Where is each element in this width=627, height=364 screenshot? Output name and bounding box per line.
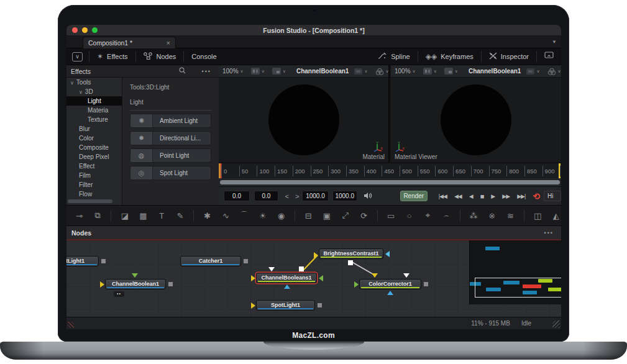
paint-icon[interactable]: ✎	[175, 211, 186, 221]
chevron-down-icon[interactable]: ∨	[240, 69, 244, 74]
split-view-icon[interactable]	[423, 68, 432, 75]
chevron-down-icon[interactable]: ∨	[262, 69, 265, 74]
node-port-bottom[interactable]	[284, 284, 290, 289]
node-port-top[interactable]	[403, 273, 410, 278]
tree-item-texture[interactable]: Texture	[66, 115, 122, 124]
node-port-right[interactable]	[101, 259, 106, 263]
tree-item-light[interactable]: Light	[66, 96, 122, 106]
image-plane-3d-icon[interactable]: ◫	[533, 211, 543, 221]
color-corrector-icon[interactable]: ▣	[322, 211, 332, 221]
graph-node-channelboolean1[interactable]: ChannelBoolean1	[105, 279, 166, 289]
rectangle-mask-icon[interactable]: ▭	[386, 211, 396, 221]
node-graph[interactable]: tLight1ChannelBoolean1••Catcher1ChannelB…	[66, 239, 561, 317]
chevron-down-icon[interactable]: ∨	[283, 69, 286, 74]
ellipse-mask-icon[interactable]: ○	[404, 211, 414, 221]
graph-node-channelbooleans1[interactable]: ChannelBooleans1	[256, 273, 317, 283]
panel-menu-icon[interactable]: •••	[195, 68, 219, 75]
graph-node-spotlight1[interactable]: SpotLight1	[256, 300, 315, 311]
tree-item-effect[interactable]: Effect	[66, 162, 122, 171]
chevron-down-icon[interactable]: ∨	[386, 69, 389, 74]
merge-icon[interactable]: ⊟	[303, 211, 314, 221]
node-port-right[interactable]	[168, 282, 173, 286]
tool-button-point-light[interactable]: ◍Point Light	[130, 148, 211, 163]
stop-button[interactable]: ■	[477, 193, 488, 200]
hue-curves-icon[interactable]: ⌒	[239, 210, 250, 221]
zoom-level-dropdown[interactable]: 100%	[222, 68, 239, 75]
subview-icon[interactable]	[444, 68, 453, 75]
tree-item-deep-pixel[interactable]: Deep Pixel	[66, 152, 122, 162]
node-port-top[interactable]	[372, 273, 378, 278]
split-view-icon[interactable]	[251, 68, 260, 75]
nodes-toggle-button[interactable]: Nodes	[136, 48, 184, 65]
chevron-down-icon[interactable]: ∨	[434, 69, 437, 74]
minimap-viewport[interactable]	[475, 278, 561, 298]
color-curves-icon[interactable]: ∿	[221, 211, 231, 221]
viewer-right-canvas[interactable]: YX Material Viewer	[391, 78, 561, 162]
node-port-top[interactable]	[132, 273, 138, 278]
graph-node-catcher1[interactable]: Catcher1	[180, 256, 241, 266]
global-start-field[interactable]: 0.0	[224, 191, 250, 201]
global-end-field[interactable]: 1000.0	[332, 191, 357, 201]
search-icon[interactable]	[179, 67, 195, 75]
node-port-right[interactable]	[385, 251, 390, 257]
tool-button-directional-li-[interactable]: ✹Directional Li...	[130, 131, 211, 145]
tree-item-composite[interactable]: Composite	[66, 143, 122, 152]
go-to-start-button[interactable]: |◀◀	[435, 193, 451, 199]
effects-toggle-button[interactable]: ✶ Effects	[89, 48, 135, 65]
resize-grip-right[interactable]	[552, 321, 560, 328]
node-port-left[interactable]	[100, 281, 104, 288]
node-port-bottom[interactable]	[387, 291, 393, 295]
tab-overflow-icon[interactable]: ▼	[552, 39, 557, 45]
tree-item-3d[interactable]: ∨3D	[66, 87, 122, 96]
fast-rewind-button[interactable]: ◀◀	[451, 193, 465, 199]
transform-icon[interactable]: ⟳	[359, 211, 369, 221]
step-back-button[interactable]: <	[282, 193, 292, 200]
bspline-mask-icon[interactable]: ⌢	[441, 211, 452, 221]
pmerge-icon[interactable]: ※	[487, 211, 497, 221]
tree-item-filter[interactable]: Filter	[66, 180, 122, 189]
node-port-right[interactable]	[424, 282, 428, 286]
node-graph-minimap[interactable]	[469, 240, 561, 304]
current-frame-field[interactable]: 0.0	[254, 191, 278, 201]
channel-venn-icon[interactable]	[547, 68, 556, 75]
keyframes-toggle-button[interactable]: ◈◈ Keyframes	[418, 48, 481, 65]
spline-toggle-button[interactable]: Spline	[370, 48, 418, 65]
step-forward-button[interactable]: >	[292, 193, 302, 200]
node-port-left[interactable]	[251, 275, 255, 281]
tool-button-spot-light[interactable]: ◎Spot Light	[130, 166, 211, 180]
resize-icon[interactable]: ⤢	[340, 211, 350, 221]
chevron-down-icon[interactable]: ∨	[364, 69, 367, 74]
chevron-down-icon[interactable]: ∨	[558, 69, 561, 74]
tree-item-flow[interactable]: Flow	[66, 189, 122, 199]
subview-icon[interactable]	[272, 68, 281, 75]
fast-noise-icon[interactable]: ▦	[138, 211, 149, 221]
node-port-top[interactable]	[299, 266, 304, 271]
io-pipeline-icon[interactable]: ⊸	[74, 211, 85, 221]
tree-item-film[interactable]: Film	[66, 171, 122, 180]
node-port-right[interactable]	[319, 275, 323, 281]
tree-item-blur[interactable]: Blur	[66, 124, 122, 134]
background-icon[interactable]: ◪	[119, 211, 130, 221]
merge-3d-icon[interactable]: ◭	[551, 211, 561, 221]
panel-select-button[interactable]: ∨	[72, 52, 83, 61]
brightness-contrast-icon[interactable]: ☀	[257, 211, 268, 221]
chevron-down-icon[interactable]: ∨	[536, 69, 539, 74]
graph-node-brightnesscontrast1[interactable]: BrightnessContrast1	[319, 248, 383, 259]
chevron-down-icon[interactable]: ∨	[413, 69, 416, 74]
particles-icon[interactable]: ✱	[202, 211, 213, 221]
polygon-mask-icon[interactable]: ⌖	[423, 211, 433, 221]
graph-node-tlight1[interactable]: tLight1	[66, 256, 99, 266]
render-end-field[interactable]: 1000.0	[302, 191, 328, 201]
console-toggle-button[interactable]: Console	[184, 48, 224, 65]
lut-icon[interactable]	[354, 68, 362, 75]
go-to-end-button[interactable]: ▶▶|	[513, 193, 529, 199]
chevron-down-icon[interactable]: ∨	[455, 69, 458, 74]
macro-icon[interactable]: ⧉	[93, 211, 103, 221]
viewer-left-canvas[interactable]: YX Material	[219, 78, 388, 162]
presentation-mode-button[interactable]	[537, 48, 561, 65]
fast-forward-button[interactable]: ▶▶	[498, 193, 513, 199]
tree-item-tools[interactable]: ∨Tools	[66, 78, 122, 87]
pemitter-icon[interactable]: ⁂	[469, 211, 479, 221]
lut-icon[interactable]	[526, 68, 534, 75]
channel-venn-icon[interactable]	[375, 68, 384, 75]
